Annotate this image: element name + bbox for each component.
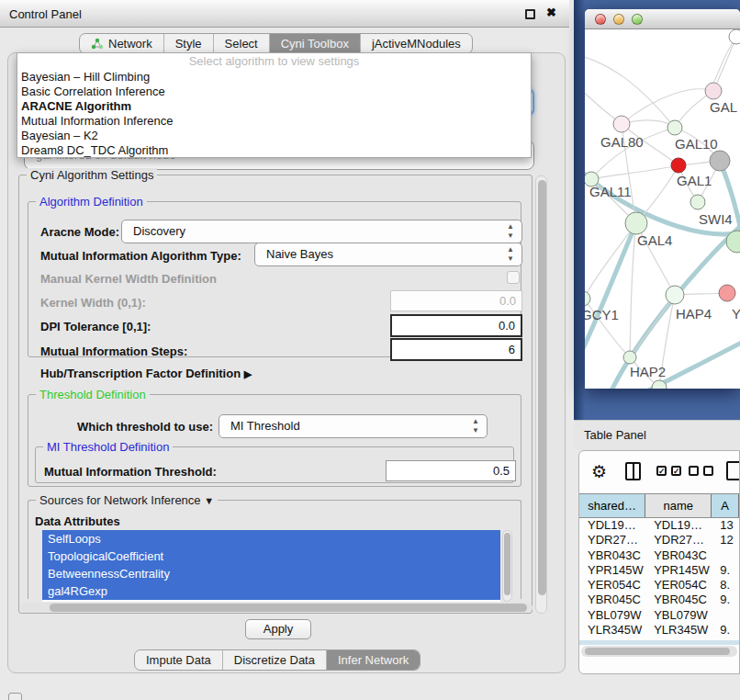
attribute-item[interactable]: BetweennessCentrality <box>42 565 500 582</box>
dpi-tolerance-field[interactable]: 0.0 <box>390 314 522 337</box>
node-top-white[interactable] <box>729 29 740 44</box>
float-window-icon[interactable] <box>525 9 535 19</box>
node-salmon[interactable] <box>719 285 735 301</box>
kernel-width-field[interactable]: 0.0 <box>390 290 522 311</box>
algorithm-option[interactable]: Dream8 DC_TDC Algorithm <box>17 143 531 158</box>
minimized-panel-icon[interactable] <box>8 693 22 700</box>
tab-style[interactable]: Style <box>163 34 213 53</box>
table-cell: 12 <box>712 533 739 548</box>
algorithm-option[interactable]: Bayesian – K2 <box>17 129 531 143</box>
settings-vertical-scrollbar[interactable] <box>535 175 547 614</box>
node-HAP2[interactable] <box>623 351 636 364</box>
table-row[interactable]: YER054CYER054C8. <box>579 578 739 593</box>
node-GCY1[interactable] <box>585 291 590 306</box>
table-row[interactable]: YLR345WYLR345W9. <box>579 623 739 638</box>
combo-arrows-icon: ▲▼ <box>507 222 514 241</box>
unchecked-box-icon[interactable] <box>703 466 713 476</box>
algorithm-option[interactable]: Bayesian – Hill Climbing <box>17 70 531 85</box>
checked-box-icon[interactable]: ✓ <box>656 466 667 476</box>
unchecked-box-icon[interactable] <box>689 466 699 476</box>
tab-network[interactable]: Network <box>80 34 163 53</box>
document-icon[interactable] <box>726 461 740 480</box>
node-GAL80[interactable] <box>613 116 630 132</box>
network-edge[interactable] <box>585 223 636 360</box>
table-row[interactable]: YDL19…YDL19…13 <box>579 518 739 533</box>
table-toolbar: ⚙ ✓ ✓ <box>579 451 739 493</box>
node-GAL4[interactable] <box>625 212 647 234</box>
gear-icon[interactable]: ⚙ <box>591 461 607 482</box>
mi-steps-field[interactable]: 6 <box>390 338 522 361</box>
tab-impute-data[interactable]: Impute Data <box>135 650 222 670</box>
manual-kernel-checkbox[interactable] <box>507 271 520 284</box>
node-label: GAL4 <box>637 232 672 248</box>
network-icon <box>91 38 104 50</box>
network-edge[interactable] <box>630 223 636 357</box>
tab-discretize-data[interactable]: Discretize Data <box>222 650 326 670</box>
aracne-mode-value: Discovery <box>133 224 185 238</box>
zoom-traffic-light[interactable] <box>632 14 643 25</box>
network-window-titlebar[interactable] <box>585 9 740 29</box>
tab-infer-network[interactable]: Infer Network <box>326 650 420 670</box>
table-row[interactable]: YBR043CYBR043C <box>579 548 739 563</box>
node-label: SWI4 <box>699 211 733 227</box>
table-cell <box>712 608 739 623</box>
hub-definition-expander[interactable]: Hub/Transcription Factor Definition ▶ <box>40 367 252 380</box>
node-label: GAL1 <box>677 173 712 188</box>
combo-arrows-icon: ▲▼ <box>507 245 514 264</box>
algorithm-option[interactable]: ARACNE Algorithm <box>17 99 531 114</box>
algorithm-option[interactable]: Basic Correlation Inference <box>17 85 531 99</box>
table-cell: YBR043C <box>645 548 712 563</box>
node-pink-top[interactable] <box>705 83 722 99</box>
algorithm-option[interactable]: Mutual Information Inference <box>17 114 531 129</box>
tab-jactivemnodules[interactable]: jActiveMNodules <box>360 34 472 53</box>
table-row[interactable]: YBL079WYBL079W <box>579 608 739 623</box>
aracne-mode-combo[interactable]: Discovery ▲▼ <box>121 220 522 243</box>
minimize-traffic-light[interactable] <box>613 14 624 25</box>
apply-button[interactable]: Apply <box>245 619 311 639</box>
tab-select[interactable]: Select <box>213 34 269 53</box>
table-row[interactable]: YBR045CYBR045C9. <box>579 593 739 607</box>
table-row[interactable]: YDR27…YDR27…12 <box>579 533 739 548</box>
table-panel-title: Table Panel <box>584 428 646 442</box>
column-header[interactable]: shared… <box>579 494 645 517</box>
tab-label: Impute Data <box>146 653 211 667</box>
tab-cyni-toolbox[interactable]: Cyni Toolbox <box>269 34 360 53</box>
mi-threshold-field[interactable]: 0.5 <box>386 460 516 481</box>
node-GAL1[interactable] <box>671 158 686 173</box>
node-GAL10[interactable] <box>667 120 682 135</box>
tab-label: Network <box>108 37 152 51</box>
mi-type-combo[interactable]: Naive Bayes ▲▼ <box>254 243 522 266</box>
column-header[interactable]: name <box>645 494 712 517</box>
node-label: GAL <box>710 99 737 115</box>
attribute-item[interactable]: gal4RGexp <box>42 582 500 600</box>
node-SWI4[interactable] <box>690 195 705 209</box>
network-window[interactable]: GALGAL80GAL10GAL1GAL11SWI4GAL4GCY1HAP4YH… <box>585 9 740 389</box>
table-window: ⚙ ✓ ✓ shared…nameA YDL19…YDL19…13YDR27…Y… <box>578 450 740 674</box>
close-traffic-light[interactable] <box>595 14 606 25</box>
column-header[interactable]: A <box>712 494 739 517</box>
which-threshold-combo[interactable]: MI Threshold ▲▼ <box>219 414 488 438</box>
attribute-item[interactable]: TopologicalCoefficient <box>42 548 500 565</box>
network-edge[interactable] <box>630 295 675 357</box>
checked-box-icon[interactable]: ✓ <box>671 466 681 476</box>
columns-icon[interactable] <box>625 462 641 480</box>
which-threshold-value: MI Threshold <box>230 419 300 433</box>
network-edge[interactable] <box>591 165 678 179</box>
table-cell: YBR045C <box>579 593 645 607</box>
table-cell: 9. <box>712 623 739 638</box>
attributes-list-scrollbar[interactable] <box>502 530 512 602</box>
table-horizontal-scrollbar[interactable] <box>581 646 737 657</box>
sources-group-title[interactable]: Sources for Network Inference ▼ <box>36 493 218 507</box>
node-HAP4[interactable] <box>666 286 684 304</box>
attribute-item[interactable]: SelfLoops <box>42 530 500 548</box>
close-icon[interactable]: ✖ <box>546 6 556 19</box>
node-label: GAL11 <box>589 184 632 199</box>
node-gray[interactable] <box>710 151 730 171</box>
network-canvas[interactable]: GALGAL80GAL10GAL1GAL11SWI4GAL4GCY1HAP4YH… <box>585 29 740 389</box>
node-label: Y <box>732 306 740 322</box>
tab-label: Select <box>225 37 258 51</box>
network-edge[interactable] <box>713 37 736 91</box>
table-cell: YBR043C <box>579 548 645 563</box>
settings-horizontal-scrollbar[interactable] <box>20 603 533 613</box>
table-row[interactable]: YPR145WYPR145W9. <box>579 563 739 578</box>
